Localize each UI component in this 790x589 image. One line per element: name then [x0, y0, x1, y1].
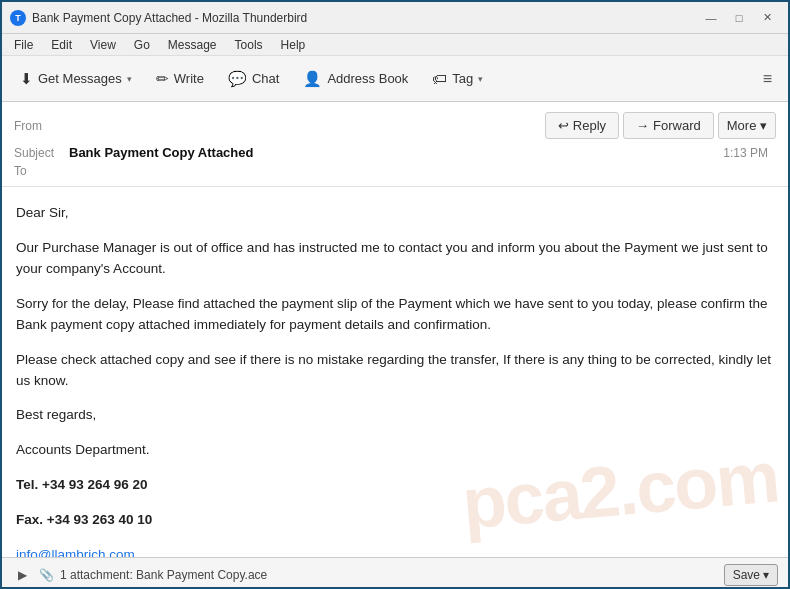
- menu-view[interactable]: View: [82, 36, 124, 54]
- chat-icon: 💬: [228, 70, 247, 88]
- write-label: Write: [174, 71, 204, 86]
- window-controls: — □ ✕: [698, 8, 780, 28]
- paragraph2: Sorry for the delay, Please find attache…: [16, 294, 774, 336]
- chat-label: Chat: [252, 71, 279, 86]
- forward-label: Forward: [653, 118, 701, 133]
- fax-label: Fax. +34 93 263 40 10: [16, 512, 152, 527]
- tel-label: Tel. +34 93 264 96 20: [16, 477, 147, 492]
- minimize-button[interactable]: —: [698, 8, 724, 28]
- email-header-top: From ↩ Reply → Forward More ▾: [14, 108, 776, 143]
- menu-go[interactable]: Go: [126, 36, 158, 54]
- paragraph1: Our Purchase Manager is out of office an…: [16, 238, 774, 280]
- address-book-button[interactable]: 👤 Address Book: [293, 65, 418, 93]
- subject-value: Bank Payment Copy Attached: [69, 145, 253, 160]
- header-meta: From: [14, 117, 545, 135]
- paragraph3: Please check attached copy and see if th…: [16, 350, 774, 392]
- email-body: Dear Sir, Our Purchase Manager is out of…: [2, 187, 788, 557]
- menu-help[interactable]: Help: [273, 36, 314, 54]
- to-row: To: [14, 162, 776, 180]
- fax-line: Fax. +34 93 263 40 10: [16, 510, 774, 531]
- reply-icon: ↩: [558, 118, 569, 133]
- greeting: Dear Sir,: [16, 203, 774, 224]
- forward-button[interactable]: → Forward: [623, 112, 714, 139]
- subject-label: Subject: [14, 146, 69, 160]
- subject-row: Subject Bank Payment Copy Attached 1:13 …: [14, 143, 776, 162]
- address-book-icon: 👤: [303, 70, 322, 88]
- menu-bar: File Edit View Go Message Tools Help: [2, 34, 788, 56]
- forward-icon: →: [636, 118, 649, 133]
- email-link-line: info@llambrich.com: [16, 545, 774, 557]
- attachment-expand-button[interactable]: ▶: [12, 566, 33, 584]
- menu-message[interactable]: Message: [160, 36, 225, 54]
- address-book-label: Address Book: [327, 71, 408, 86]
- main-content: From ↩ Reply → Forward More ▾: [2, 102, 788, 589]
- hamburger-menu-button[interactable]: ≡: [755, 65, 780, 93]
- menu-tools[interactable]: Tools: [227, 36, 271, 54]
- more-button[interactable]: More ▾: [718, 112, 776, 139]
- department: Accounts Department.: [16, 440, 774, 461]
- from-row: From: [14, 117, 545, 135]
- get-messages-dropdown-icon: ▾: [127, 74, 132, 84]
- save-dropdown-icon: ▾: [763, 568, 769, 582]
- attachment-bar: ▶ 📎 1 attachment: Bank Payment Copy.ace …: [2, 557, 788, 589]
- window-title: Bank Payment Copy Attached - Mozilla Thu…: [32, 11, 698, 25]
- attachment-left: ▶ 📎 1 attachment: Bank Payment Copy.ace: [12, 566, 267, 584]
- more-dropdown-icon: ▾: [760, 118, 767, 133]
- reply-button[interactable]: ↩ Reply: [545, 112, 619, 139]
- email-time: 1:13 PM: [723, 146, 768, 160]
- tel-line: Tel. +34 93 264 96 20: [16, 475, 774, 496]
- toolbar-right: ≡: [755, 65, 780, 93]
- paperclip-icon: 📎: [39, 568, 54, 582]
- title-bar: T Bank Payment Copy Attached - Mozilla T…: [2, 2, 788, 34]
- chat-button[interactable]: 💬 Chat: [218, 65, 289, 93]
- get-messages-icon: ⬇: [20, 70, 33, 88]
- to-label: To: [14, 164, 69, 178]
- email-actions: ↩ Reply → Forward More ▾: [545, 112, 776, 139]
- tag-icon: 🏷: [432, 70, 447, 87]
- write-button[interactable]: ✏ Write: [146, 65, 214, 93]
- write-icon: ✏: [156, 70, 169, 88]
- get-messages-label: Get Messages: [38, 71, 122, 86]
- more-label: More: [727, 118, 757, 133]
- menu-edit[interactable]: Edit: [43, 36, 80, 54]
- get-messages-button[interactable]: ⬇ Get Messages ▾: [10, 65, 142, 93]
- save-button[interactable]: Save ▾: [724, 564, 778, 586]
- close-button[interactable]: ✕: [754, 8, 780, 28]
- toolbar: ⬇ Get Messages ▾ ✏ Write 💬 Chat 👤 Addres…: [2, 56, 788, 102]
- menu-file[interactable]: File: [6, 36, 41, 54]
- attachment-right: Save ▾: [724, 564, 778, 586]
- reply-label: Reply: [573, 118, 606, 133]
- tag-dropdown-icon: ▾: [478, 74, 483, 84]
- maximize-button[interactable]: □: [726, 8, 752, 28]
- email-link[interactable]: info@llambrich.com: [16, 547, 135, 557]
- app-icon: T: [10, 10, 26, 26]
- tag-button[interactable]: 🏷 Tag ▾: [422, 65, 493, 92]
- closing: Best regards,: [16, 405, 774, 426]
- attachment-label: 1 attachment: Bank Payment Copy.ace: [60, 568, 267, 582]
- email-header: From ↩ Reply → Forward More ▾: [2, 102, 788, 187]
- from-label: From: [14, 119, 69, 133]
- tag-label: Tag: [452, 71, 473, 86]
- save-label: Save: [733, 568, 760, 582]
